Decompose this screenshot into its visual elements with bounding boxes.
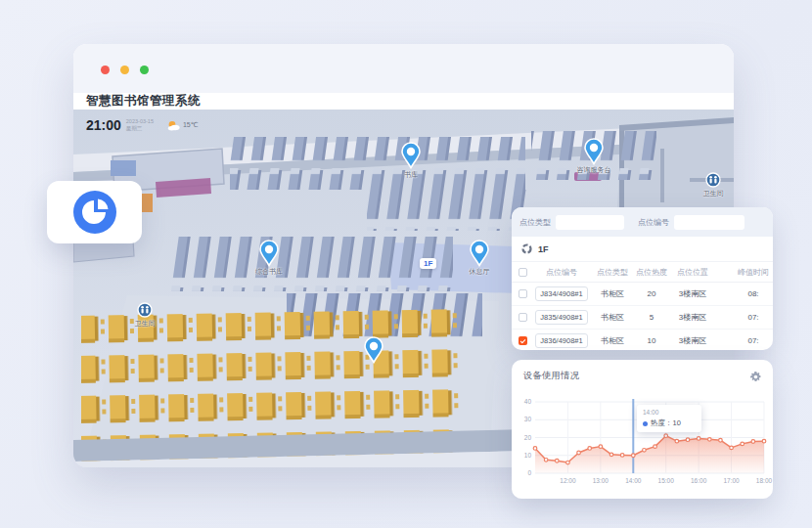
row-checkbox[interactable]	[519, 313, 527, 322]
map-pin[interactable]	[363, 336, 384, 368]
svg-text:16:00: 16:00	[691, 477, 707, 484]
svg-text:13:00: 13:00	[593, 477, 609, 484]
location-pin-icon	[583, 138, 605, 165]
point-list-panel: 点位类型 点位编号 1F 点位编号 点位类型 点位热度 点位位置 峰值时间 J8…	[512, 207, 773, 350]
table-cell: 书柜区	[590, 312, 635, 323]
chart-tooltip: 14:00 热度：10	[637, 405, 701, 432]
table-row[interactable]: J834/4908#1书柜区203楼南区08:	[512, 283, 773, 306]
point-code-input[interactable]	[674, 215, 744, 230]
minimize-window-icon[interactable]	[120, 66, 129, 74]
clock-date: 2023-03-15 星期三	[126, 118, 154, 132]
map-pin-label: 休息厅	[470, 267, 490, 277]
svg-text:20: 20	[524, 434, 532, 441]
device-usage-panel: 设备使用情况 01020304012:0013:0014:0015:0016:0…	[512, 360, 773, 499]
column-header: 点位热度	[635, 267, 668, 278]
svg-text:40: 40	[524, 398, 532, 405]
filter-type-label: 点位类型	[519, 217, 551, 228]
window-titlebar	[73, 44, 734, 93]
table-cell: 书柜区	[590, 335, 635, 346]
map-pin-label: 书库	[404, 170, 418, 180]
table-header-row: 点位编号 点位类型 点位热度 点位位置 峰值时间	[512, 262, 773, 283]
svg-text:10: 10	[524, 452, 532, 459]
tooltip-time: 14:00	[643, 409, 696, 416]
column-header: 点位位置	[668, 267, 717, 278]
restroom-icon	[137, 302, 153, 318]
floor-badge[interactable]: 1F	[420, 258, 436, 269]
table-cell: 07:	[717, 336, 773, 345]
location-pin-icon	[363, 336, 384, 364]
location-pin-icon	[400, 142, 422, 169]
table-cell: 07:	[717, 313, 773, 322]
series-dot-icon	[643, 421, 648, 426]
maximize-window-icon[interactable]	[140, 66, 149, 74]
map-pin[interactable]	[400, 142, 422, 173]
column-header: 峰值时间	[717, 267, 773, 278]
table-cell: 5	[635, 313, 668, 322]
svg-text:18:00: 18:00	[756, 477, 773, 484]
filter-bar: 点位类型 点位编号	[512, 207, 773, 237]
table-cell: 10	[635, 336, 668, 345]
close-window-icon[interactable]	[101, 66, 110, 74]
filter-code-label: 点位编号	[638, 217, 669, 228]
point-code-box: J836/4908#1	[535, 333, 587, 348]
page-title: 智慧图书馆管理系统	[86, 93, 201, 110]
temperature-label: 15℃	[183, 121, 199, 129]
table-cell: 3楼南区	[668, 288, 717, 299]
svg-text:14:00: 14:00	[625, 477, 642, 484]
map-pin-label: 综合书库	[255, 267, 283, 277]
table-cell: 3楼南区	[668, 335, 717, 346]
table-cell: 3楼南区	[668, 312, 717, 323]
svg-text:15:00: 15:00	[658, 477, 675, 484]
point-code-box: J834/4908#1	[535, 286, 587, 301]
location-pin-icon	[469, 240, 490, 267]
sun-cloud-icon	[167, 120, 180, 131]
table-cell: 书柜区	[590, 288, 635, 299]
floor-selector-row[interactable]: 1F	[512, 237, 773, 262]
statistics-card[interactable]	[47, 181, 142, 243]
svg-text:17:00: 17:00	[723, 477, 740, 484]
column-header: 点位编号	[533, 267, 590, 278]
row-checkbox[interactable]	[519, 336, 527, 345]
svg-text:30: 30	[524, 416, 532, 422]
column-header: 点位类型	[590, 267, 635, 278]
point-type-input[interactable]	[556, 215, 624, 230]
table-row[interactable]: J836/4908#1书柜区103楼南区07:	[512, 330, 773, 350]
select-all-checkbox[interactable]	[519, 268, 527, 277]
table-row[interactable]: J835/4908#1书柜区53楼南区07:	[512, 306, 773, 330]
app-header: 智慧图书馆管理系统	[73, 93, 734, 110]
table-cell: 08:	[717, 289, 773, 298]
floor-icon	[521, 243, 532, 254]
tooltip-value: 热度：10	[651, 418, 681, 428]
row-checkbox[interactable]	[519, 289, 527, 298]
location-pin-icon	[258, 240, 280, 267]
point-code-box: J835/4908#1	[535, 310, 587, 325]
status-bar: 21:00 2023-03-15 星期三 15℃	[86, 112, 199, 138]
restroom-icon	[705, 172, 721, 188]
map-pin-label: 咨询服务台	[577, 165, 611, 175]
clock-time: 21:00	[86, 117, 121, 133]
table-cell: 20	[635, 289, 668, 298]
svg-text:12:00: 12:00	[560, 477, 576, 484]
pie-chart-icon	[72, 190, 117, 235]
page-background: 智慧图书馆管理系统	[0, 0, 812, 528]
table-body: J834/4908#1书柜区203楼南区08:J835/4908#1书柜区53楼…	[512, 283, 773, 350]
floor-selector-label: 1F	[538, 244, 549, 254]
restroom-label: 卫生间	[135, 319, 156, 329]
restroom-label: 卫生间	[703, 189, 724, 198]
svg-text:0: 0	[527, 469, 531, 476]
weather-widget: 15℃	[167, 120, 199, 131]
